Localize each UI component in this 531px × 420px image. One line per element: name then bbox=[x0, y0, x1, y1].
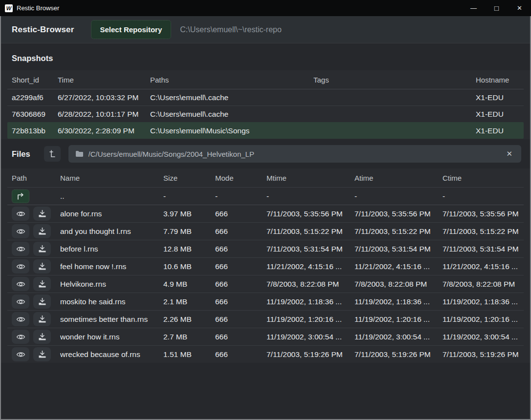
file-atime: 7/11/2003, 5:15:22 PM bbox=[354, 227, 442, 236]
snapshot-short-id: 76306869 bbox=[12, 110, 58, 119]
list-tree-icon bbox=[48, 149, 56, 158]
download-icon bbox=[38, 298, 46, 305]
snapshot-row[interactable]: a2299af6 6/27/2022, 10:03:32 PM C:\Users… bbox=[7, 89, 524, 105]
files-table-body: alone for.rns 3.97 MB 666 7/11/2003, 5:3… bbox=[1, 205, 530, 363]
download-file-button[interactable] bbox=[33, 224, 51, 238]
file-atime: 7/8/2003, 8:22:08 PM bbox=[354, 280, 442, 289]
snapshot-hostname: X1-EDU bbox=[476, 110, 519, 119]
file-name: moskito he said.rns bbox=[60, 297, 163, 306]
wails-logo-icon: W bbox=[5, 4, 13, 12]
file-size: 10.6 MB bbox=[163, 262, 215, 271]
app-title: Restic-Browser bbox=[12, 25, 74, 35]
file-row: sometimes better than.rns 2.26 MB 666 11… bbox=[7, 310, 524, 328]
file-atime: - bbox=[354, 192, 442, 201]
maximize-button[interactable]: □ bbox=[485, 0, 508, 16]
titlebar: W Restic Browser — □ ✕ bbox=[0, 0, 531, 16]
preview-file-button[interactable] bbox=[12, 330, 29, 344]
file-mode: 666 bbox=[215, 333, 266, 341]
preview-file-button[interactable] bbox=[12, 312, 29, 326]
download-file-button[interactable] bbox=[33, 242, 51, 256]
eye-icon bbox=[16, 316, 25, 323]
file-row: wonder how it.rns 2.7 MB 666 11/19/2002,… bbox=[7, 328, 524, 345]
snapshot-row[interactable]: 76306869 6/28/2022, 10:01:17 PM C:\Users… bbox=[7, 105, 524, 122]
files-table-header: Path Name Size Mode Mtime Atime Ctime bbox=[7, 168, 524, 187]
snapshot-row[interactable]: 72b813bb 6/30/2022, 2:28:09 PM C:\Users\… bbox=[7, 122, 524, 139]
file-ctime: 7/11/2003, 5:15:22 PM bbox=[442, 227, 519, 236]
minimize-icon: — bbox=[470, 4, 477, 12]
file-size: 2.26 MB bbox=[163, 315, 215, 324]
file-row: alone for.rns 3.97 MB 666 7/11/2003, 5:3… bbox=[7, 205, 524, 222]
window-title: Restic Browser bbox=[17, 4, 59, 12]
file-size: 3.97 MB bbox=[163, 210, 215, 218]
file-row: wrecked because of.rns 1.51 MB 666 7/11/… bbox=[7, 345, 524, 363]
folder-icon bbox=[75, 150, 84, 157]
files-heading: Files bbox=[12, 149, 30, 159]
file-atime: 7/11/2003, 5:19:26 PM bbox=[354, 350, 442, 359]
file-name: before l.rns bbox=[60, 245, 163, 253]
snapshots-table: Short_id Time Paths Tags Hostname a2299a… bbox=[1, 70, 530, 139]
up-arrow-icon bbox=[16, 192, 25, 200]
snapshots-table-body: a2299af6 6/27/2022, 10:03:32 PM C:\Users… bbox=[1, 89, 530, 139]
preview-file-button[interactable] bbox=[12, 242, 29, 256]
file-atime: 11/19/2002, 1:18:36 ... bbox=[354, 297, 442, 306]
download-file-button[interactable] bbox=[33, 330, 51, 344]
file-ctime: 7/11/2003, 5:19:26 PM bbox=[442, 350, 519, 359]
snapshots-table-header: Short_id Time Paths Tags Hostname bbox=[7, 70, 524, 89]
preview-file-button[interactable] bbox=[12, 277, 29, 291]
close-button[interactable]: ✕ bbox=[508, 0, 531, 16]
file-size: 4.9 MB bbox=[163, 280, 215, 289]
download-file-button[interactable] bbox=[33, 277, 51, 291]
preview-file-button[interactable] bbox=[12, 294, 29, 309]
file-name: .. bbox=[60, 192, 163, 201]
file-row: moskito he said.rns 2.1 MB 666 11/19/200… bbox=[7, 293, 524, 310]
select-repository-button[interactable]: Select Repository bbox=[91, 20, 172, 39]
file-row: and you thought l.rns 7.79 MB 666 7/11/2… bbox=[7, 222, 524, 240]
snapshot-paths: C:\Users\emuell\.cache bbox=[150, 110, 313, 119]
file-mtime: 11/19/2002, 1:18:36 ... bbox=[266, 297, 354, 306]
preview-file-button[interactable] bbox=[12, 224, 29, 238]
download-file-button[interactable] bbox=[33, 294, 51, 309]
current-path-bar[interactable]: /C/Users/emuell/Music/Songs/2004_Helveti… bbox=[68, 145, 521, 163]
file-atime: 7/11/2003, 5:31:54 PM bbox=[354, 245, 442, 253]
file-ctime: 7/11/2003, 5:35:56 PM bbox=[442, 210, 519, 218]
file-size: 7.79 MB bbox=[163, 227, 215, 236]
eye-icon bbox=[16, 351, 25, 358]
download-file-button[interactable] bbox=[33, 312, 51, 326]
file-mtime: 11/19/2002, 3:00:54 ... bbox=[266, 333, 354, 341]
file-mtime: 7/11/2003, 5:31:54 PM bbox=[266, 245, 354, 253]
file-atime: 11/21/2002, 4:15:16 ... bbox=[354, 262, 442, 271]
file-mode: 666 bbox=[215, 262, 266, 271]
app-window: W Restic Browser — □ ✕ Restic-Browser Se… bbox=[0, 0, 531, 420]
download-icon bbox=[38, 228, 46, 235]
preview-file-button[interactable] bbox=[12, 347, 29, 361]
download-file-button[interactable] bbox=[33, 347, 51, 361]
download-file-button[interactable] bbox=[33, 207, 51, 221]
tree-view-toggle-button[interactable] bbox=[44, 146, 61, 162]
file-mode: 666 bbox=[215, 350, 266, 359]
file-atime: 11/19/2002, 3:00:54 ... bbox=[354, 333, 442, 341]
snapshot-paths: C:\Users\emuell\.cache bbox=[150, 93, 313, 102]
snapshot-time: 6/30/2022, 2:28:09 PM bbox=[58, 126, 150, 135]
eye-icon bbox=[16, 246, 25, 252]
file-name: alone for.rns bbox=[60, 210, 163, 218]
download-icon bbox=[38, 245, 46, 252]
go-up-directory-button[interactable] bbox=[12, 189, 29, 203]
snapshot-paths: C:\Users\emuell\Music\Songs bbox=[150, 126, 313, 135]
col-path: Path bbox=[12, 174, 60, 182]
preview-file-button[interactable] bbox=[12, 259, 29, 273]
file-mode: 666 bbox=[215, 210, 266, 218]
eye-icon bbox=[16, 281, 25, 288]
preview-file-button[interactable] bbox=[12, 207, 29, 221]
col-size: Size bbox=[163, 174, 215, 182]
eye-icon bbox=[16, 334, 25, 340]
window-controls: — □ ✕ bbox=[462, 0, 531, 16]
minimize-button[interactable]: — bbox=[462, 0, 485, 16]
file-name: feel home now !.rns bbox=[60, 262, 163, 271]
col-mtime: Mtime bbox=[266, 174, 354, 182]
download-icon bbox=[38, 263, 46, 270]
clear-path-button[interactable]: ✕ bbox=[504, 148, 514, 159]
download-file-button[interactable] bbox=[33, 259, 51, 273]
file-mtime: 11/21/2002, 4:15:16 ... bbox=[266, 262, 354, 271]
file-mode: - bbox=[215, 192, 266, 201]
file-ctime: 7/11/2003, 5:31:54 PM bbox=[442, 245, 519, 253]
